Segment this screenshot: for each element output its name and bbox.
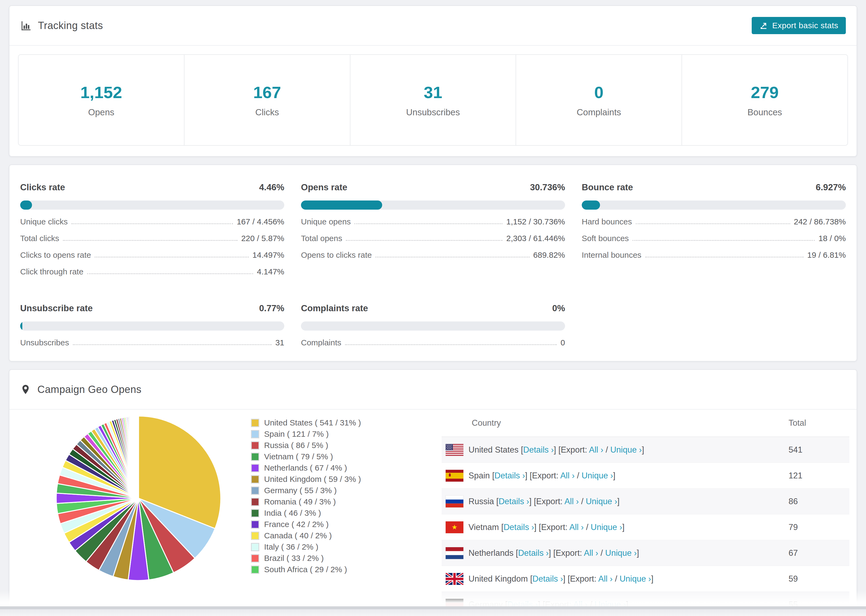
export-unique-link[interactable]: Unique › [620, 574, 651, 583]
rate-title: Clicks rate [20, 182, 65, 192]
export-all-link[interactable]: All › [598, 574, 612, 583]
stat-cell-bounces: 279Bounces [682, 55, 847, 145]
details-link[interactable]: Details › [504, 522, 534, 532]
flag-nl-icon [446, 547, 463, 559]
page-bottom-strip [0, 609, 866, 616]
export-all-link[interactable]: All › [584, 548, 598, 558]
dotted-leader [346, 240, 502, 241]
legend-swatch-icon [251, 475, 259, 484]
rate-head: Complaints rate0% [301, 303, 565, 313]
export-all-link[interactable]: All › [565, 497, 579, 506]
dotted-leader [63, 240, 238, 241]
pie-legend: United States ( 541 / 31% )Spain ( 121 /… [251, 417, 361, 575]
flag-es-icon [446, 470, 463, 482]
export-unique-link[interactable]: Unique › [610, 445, 642, 454]
flag-cell [442, 444, 469, 456]
total-cell: 121 [789, 471, 849, 481]
legend-item-india[interactable]: India ( 46 / 3% ) [251, 508, 361, 519]
country-cell: Spain [Details ›] [Export: All › / Uniqu… [469, 471, 789, 481]
export-unique-link[interactable]: Unique › [605, 548, 636, 558]
detail-label: Clicks to opens rate [20, 250, 91, 259]
export-basic-stats-button[interactable]: Export basic stats [752, 17, 846, 34]
legend-item-romania[interactable]: Romania ( 49 / 3% ) [251, 496, 361, 508]
legend-swatch-icon [251, 509, 259, 517]
detail-label: Total opens [301, 234, 342, 243]
export-all-link[interactable]: All › [560, 471, 575, 480]
rate-detail-row: Hard bounces242 / 86.738% [582, 217, 846, 226]
legend-swatch-icon [251, 464, 259, 472]
total-cell: 67 [789, 548, 849, 558]
rate-value: 0.77% [259, 303, 284, 313]
detail-value: 689.82% [533, 250, 565, 259]
country-cell: Netherlands [Details ›] [Export: All › /… [469, 548, 789, 558]
rate-block-bounce-rate: Bounce rate6.927%Hard bounces242 / 86.73… [582, 182, 846, 276]
table-row-russia: Russia [Details ›] [Export: All › / Uniq… [442, 489, 849, 514]
export-unique-link[interactable]: Unique › [586, 497, 617, 506]
legend-item-brazil[interactable]: Brazil ( 33 / 2% ) [251, 553, 361, 564]
export-all-link[interactable]: All › [589, 445, 603, 454]
dotted-leader [94, 257, 249, 258]
legend-item-italy[interactable]: Italy ( 36 / 2% ) [251, 541, 361, 553]
progress-bar [20, 201, 284, 210]
details-link[interactable]: Details › [518, 548, 549, 558]
details-link[interactable]: Details › [523, 445, 554, 454]
rate-title: Bounce rate [582, 182, 633, 192]
legend-item-united-kingdom[interactable]: United Kingdom ( 59 / 3% ) [251, 473, 361, 485]
country-cell: United Kingdom [Details ›] [Export: All … [469, 574, 789, 584]
legend-label: Russia ( 86 / 5% ) [264, 441, 328, 450]
rate-value: 30.736% [530, 182, 565, 192]
legend-item-netherlands[interactable]: Netherlands ( 67 / 4% ) [251, 462, 361, 473]
flag-cell [442, 522, 469, 533]
details-link[interactable]: Details › [532, 574, 563, 583]
stat-value: 167 [253, 83, 281, 102]
rate-detail-row: Total opens2,303 / 61.446% [301, 234, 565, 243]
legend-swatch-icon [251, 543, 259, 551]
legend-item-germany[interactable]: Germany ( 55 / 3% ) [251, 485, 361, 496]
geo-card-title: Campaign Geo Opens [38, 384, 142, 395]
stat-cell-opens: 1,152Opens [19, 55, 184, 145]
country-cell: United States [Details ›] [Export: All ›… [469, 445, 789, 455]
rate-detail-row: Total clicks220 / 5.87% [20, 234, 284, 243]
legend-label: Romania ( 49 / 3% ) [264, 497, 336, 506]
column-header-total: Total [789, 418, 849, 428]
geo-table: Country Total United States [Details ›] … [442, 410, 849, 616]
legend-swatch-icon [251, 532, 259, 540]
legend-label: Brazil ( 33 / 2% ) [264, 554, 324, 563]
geo-pie[interactable] [55, 415, 222, 582]
country-cell: Russia [Details ›] [Export: All › / Uniq… [469, 497, 789, 506]
stat-label: Bounces [747, 107, 782, 118]
legend-item-russia[interactable]: Russia ( 86 / 5% ) [251, 440, 361, 451]
legend-swatch-icon [251, 441, 259, 449]
legend-swatch-icon [251, 520, 259, 529]
detail-label: Hard bounces [582, 217, 632, 226]
total-cell: 59 [789, 574, 849, 584]
legend-item-united-states[interactable]: United States ( 541 / 31% ) [251, 417, 361, 428]
rate-detail-row: Unique clicks167 / 4.456% [20, 217, 284, 226]
legend-item-spain[interactable]: Spain ( 121 / 7% ) [251, 428, 361, 440]
flag-cell [442, 470, 469, 482]
country-cell: Vietnam [Details ›] [Export: All › / Uni… [469, 522, 789, 532]
legend-item-vietnam[interactable]: Vietnam ( 79 / 5% ) [251, 451, 361, 462]
rate-detail-row: Opens to clicks rate689.82% [301, 250, 565, 259]
export-unique-link[interactable]: Unique › [581, 471, 613, 480]
flag-vn-icon [446, 522, 463, 533]
detail-value: 1,152 / 30.736% [506, 217, 565, 226]
pie-slice[interactable] [138, 416, 139, 498]
rate-value: 4.46% [259, 182, 284, 192]
export-all-link[interactable]: All › [569, 522, 584, 532]
detail-label: Complaints [301, 338, 341, 347]
legend-item-france[interactable]: France ( 42 / 2% ) [251, 519, 361, 530]
flag-cell [442, 573, 469, 585]
stats-row: 1,152Opens167Clicks31Unsubscribes0Compla… [18, 54, 848, 146]
rate-block-clicks-rate: Clicks rate4.46%Unique clicks167 / 4.456… [20, 182, 284, 276]
detail-value: 167 / 4.456% [237, 217, 284, 226]
details-link[interactable]: Details › [499, 497, 529, 506]
legend-item-south-africa[interactable]: South Africa ( 29 / 2% ) [251, 564, 361, 575]
dotted-leader [87, 273, 253, 274]
export-unique-link[interactable]: Unique › [590, 522, 622, 532]
rates-card: Clicks rate4.46%Unique clicks167 / 4.456… [9, 165, 857, 361]
detail-value: 31 [276, 338, 284, 347]
details-link[interactable]: Details › [494, 471, 525, 480]
legend-label: India ( 46 / 3% ) [264, 509, 321, 518]
legend-item-canada[interactable]: Canada ( 40 / 2% ) [251, 530, 361, 541]
